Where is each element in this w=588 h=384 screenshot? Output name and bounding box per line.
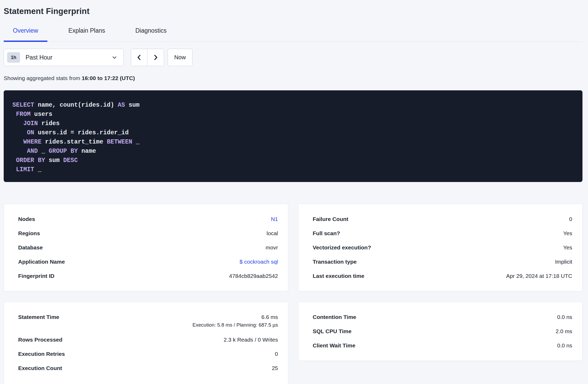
statement-details-card: Nodes N1 Regions local Database movr App… [4,204,288,291]
execution-retries-value: 0 [275,350,278,358]
sql-token: rides.start_time [41,139,107,145]
execution-count-label: Execution Count [18,365,62,372]
now-button[interactable]: Now [168,49,192,66]
sql-token: name, count(rides.id) [34,102,118,109]
sql-token [12,111,16,118]
database-label: Database [18,244,43,251]
time-range-dropdown[interactable]: 1h Past Hour [4,49,124,66]
caption-prefix: Showing aggregated stats from [4,75,82,81]
sql-token: ORDER BY [16,157,45,164]
row-transaction-type: Transaction type Implicit [313,255,572,269]
nodes-link[interactable]: N1 [271,215,278,223]
sql-token [12,148,27,155]
row-database: Database movr [18,240,278,255]
vectorized-execution-value: Yes [563,244,572,251]
time-range-label: Past Hour [26,54,111,61]
last-execution-time-label: Last execution time [313,272,364,280]
execution-retries-label: Execution Retries [18,350,65,358]
sql-line: FROM users [12,110,575,119]
transaction-type-label: Transaction type [313,258,357,265]
sql-token: sum [45,157,63,164]
sql-token: JOIN [23,120,38,127]
previous-interval-button[interactable] [131,49,147,66]
application-name-label: Application Name [18,258,65,265]
fingerprint-id-label: Fingerprint ID [18,272,54,280]
sql-token: AND [27,148,38,155]
wait-time-card: Contention Time 0.0 ns SQL CPU Time 2.0 … [298,302,582,361]
next-interval-button[interactable] [147,49,164,66]
full-scan-label: Full scan? [313,230,340,237]
client-wait-time-value: 0.0 ns [557,342,572,349]
row-full-scan: Full scan? Yes [313,226,572,240]
sql-line: JOIN rides [12,119,575,128]
failure-count-value: 0 [569,215,572,223]
vectorized-execution-label: Vectorized execution? [313,244,371,251]
details-cards-row: Nodes N1 Regions local Database movr App… [4,204,582,291]
sql-line: SELECT name, count(rides.id) AS sum [12,101,575,110]
sql-token: LIMIT [16,166,34,173]
row-rows-processed: Rows Processed 2.3 k Reads / 0 Writes [18,333,278,347]
row-sql-cpu-time: SQL CPU Time 2.0 ms [313,324,572,338]
database-value: movr [266,244,278,251]
sql-line: AND _ GROUP BY name [12,147,575,156]
row-fingerprint-id: Fingerprint ID 4784cb829aab2542 [18,269,278,283]
regions-value: local [267,230,278,237]
statement-performance-card: Statement Time 6.6 ms Execution: 5.8 ms … [4,302,288,384]
tab-overview[interactable]: Overview [4,20,47,42]
sql-token: ON [27,129,34,136]
row-statement-time: Statement Time 6.6 ms Execution: 5.8 ms … [18,310,278,333]
caption-time-range: 16:00 to 17:22 (UTC) [82,75,135,81]
contention-time-value: 0.0 ns [557,313,572,321]
sql-token: rides [38,120,60,127]
sql-token: BETWEEN [107,139,132,145]
sql-token [12,129,27,136]
tab-bar: Overview Explain Plans Diagnostics [4,20,582,42]
performance-cards-row: Statement Time 6.6 ms Execution: 5.8 ms … [4,302,582,384]
full-scan-value: Yes [563,230,572,237]
tab-diagnostics[interactable]: Diagnostics [126,20,176,42]
sql-token [12,166,16,173]
row-vectorized-execution: Vectorized execution? Yes [313,240,572,255]
row-nodes: Nodes N1 [18,212,278,226]
transaction-type-value: Implicit [555,258,572,265]
application-name-link[interactable]: $ cockroach sql [240,258,278,265]
sql-token [12,157,16,164]
rows-processed-value: 2.3 k Reads / 0 Writes [224,336,278,343]
statement-time-value: 6.6 ms [192,313,278,321]
sql-line: WHERE rides.start_time BETWEEN _ [12,137,575,147]
sql-cpu-time-value: 2.0 ms [556,328,572,335]
sql-cpu-time-label: SQL CPU Time [313,328,351,335]
row-execution-retries: Execution Retries 0 [18,347,278,361]
sql-token: FROM [16,111,31,118]
time-step-buttons [131,49,164,66]
chevron-left-icon [136,54,143,61]
sql-token: _ [132,139,140,145]
last-execution-time-value: Apr 29, 2024 at 17:18 UTC [506,272,572,280]
failure-count-label: Failure Count [313,215,348,223]
row-failure-count: Failure Count 0 [313,212,572,226]
row-regions: Regions local [18,226,278,240]
regions-label: Regions [18,230,40,237]
client-wait-time-label: Client Wait Time [313,342,355,349]
row-execution-count: Execution Count 25 [18,361,278,375]
sql-token: DESC [63,157,78,164]
time-range-badge: 1h [7,52,20,63]
sql-token: _ [34,166,42,173]
row-contention-time: Contention Time 0.0 ns [313,310,572,324]
time-controls: 1h Past Hour Now [4,49,582,66]
rows-processed-label: Rows Processed [18,336,62,343]
sql-token: SELECT [12,102,34,109]
sql-token [12,120,23,127]
sql-line: ORDER BY sum DESC [12,156,575,165]
sql-line: LIMIT _ [12,165,575,174]
sql-token: WHERE [23,139,41,145]
page-title: Statement Fingerprint [4,6,582,17]
nodes-label: Nodes [18,215,35,223]
sql-token: sum [125,102,139,109]
sql-token [12,139,23,145]
sql-statement-box: SELECT name, count(rides.id) AS sum FROM… [4,90,582,182]
tab-explain-plans[interactable]: Explain Plans [59,20,114,42]
chevron-right-icon [152,54,159,61]
row-application-name: Application Name $ cockroach sql [18,255,278,269]
statement-time-breakdown: Execution: 5.8 ms / Planning: 687.5 µs [192,321,278,329]
